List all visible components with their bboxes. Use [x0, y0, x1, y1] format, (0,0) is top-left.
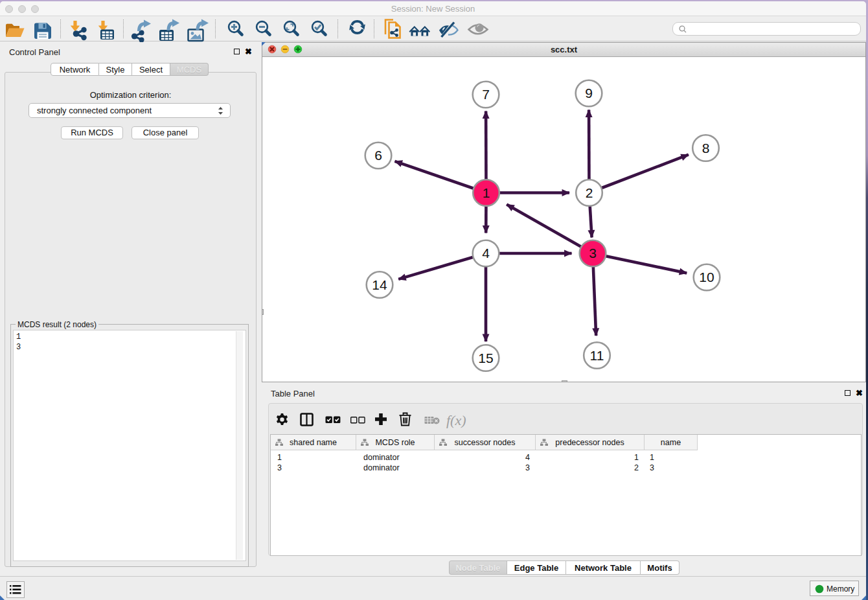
svg-text:15: 15	[478, 351, 493, 365]
svg-text:3: 3	[589, 246, 597, 260]
svg-text:10: 10	[699, 270, 714, 284]
svg-text:7: 7	[482, 87, 490, 102]
svg-text:1: 1	[483, 185, 490, 200]
svg-text:2: 2	[586, 185, 593, 200]
svg-text:14: 14	[372, 277, 387, 292]
svg-text:8: 8	[702, 141, 710, 156]
svg-text:11: 11	[590, 348, 604, 363]
svg-text:6: 6	[374, 148, 382, 163]
svg-text:4: 4	[482, 246, 490, 260]
svg-text:9: 9	[585, 86, 593, 100]
